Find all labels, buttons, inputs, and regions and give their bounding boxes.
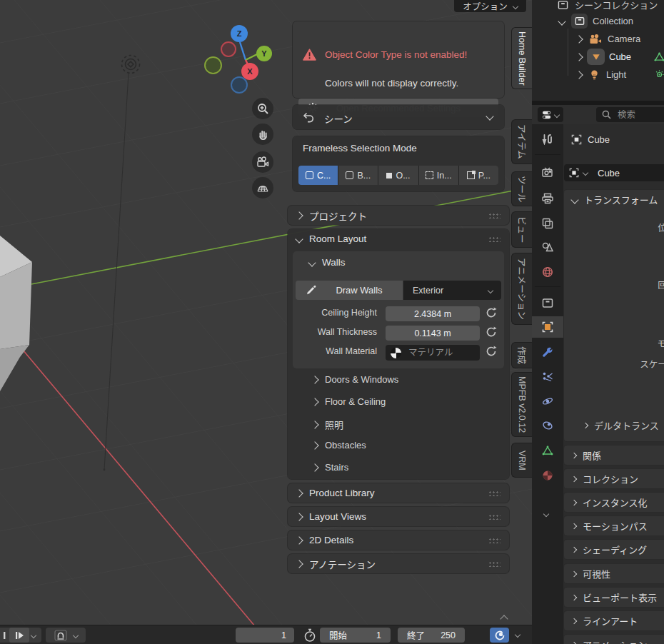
current-frame-field[interactable]: 1	[236, 628, 294, 643]
chevron-down-icon[interactable]	[31, 632, 36, 638]
object-properties-tab-active[interactable]	[532, 316, 563, 338]
panel-project[interactable]: プロジェクト	[288, 206, 509, 225]
drag-handle[interactable]	[488, 514, 500, 520]
drag-handle[interactable]	[488, 538, 500, 543]
scroll-down-icon[interactable]	[543, 511, 549, 517]
outliner-row-light[interactable]: Light	[532, 66, 664, 84]
panel-viewport-display[interactable]: ビューポート表示	[564, 588, 664, 607]
panel-2d-details[interactable]: 2D Details	[288, 530, 509, 550]
properties-search[interactable]	[596, 107, 664, 122]
tab-vrm[interactable]: VRM	[511, 443, 532, 478]
chevron-down-icon[interactable]	[583, 170, 588, 176]
delta-transform-header[interactable]: デルタトランス	[583, 418, 659, 432]
wall-type-dropdown[interactable]: Exterior	[403, 281, 501, 300]
frame-end-field[interactable]: 終了250	[398, 628, 465, 643]
drag-handle[interactable]	[488, 561, 500, 567]
constraint-properties-icon[interactable]	[542, 420, 553, 431]
walls-header[interactable]: Walls	[309, 257, 346, 268]
panel-instancing[interactable]: インスタンス化	[564, 493, 664, 512]
chevron-down-icon[interactable]	[558, 17, 565, 25]
chevron-right-icon[interactable]	[575, 71, 583, 79]
wall-thickness-field[interactable]: 0.1143 m	[386, 326, 480, 341]
panel-motion-paths[interactable]: モーションパス	[564, 516, 664, 535]
pan-button[interactable]	[252, 124, 273, 145]
outliner-row-camera[interactable]: Camera	[532, 30, 664, 48]
outliner-row-cube[interactable]: Cube	[532, 48, 664, 66]
panel-line-art[interactable]: ラインアート	[564, 611, 664, 630]
gizmo-neg-z-ball[interactable]	[231, 76, 248, 94]
chevron-right-icon[interactable]	[575, 35, 583, 43]
tab-home-builder[interactable]: Home Builder	[511, 27, 532, 89]
refresh-icon[interactable]	[486, 346, 497, 357]
drag-handle[interactable]	[488, 490, 500, 496]
panel-annotation[interactable]: アノテーション	[288, 554, 509, 573]
subsection-stairs[interactable]: Stairs	[312, 462, 348, 473]
drag-handle[interactable]	[488, 236, 500, 242]
object-name-field[interactable]: Cube	[564, 164, 664, 181]
wall-material-field[interactable]	[386, 345, 480, 361]
gizmo-y-axis-ball[interactable]: Y	[256, 46, 272, 61]
keying-icon[interactable]	[54, 630, 67, 641]
render-properties-icon[interactable]	[542, 167, 553, 178]
panel-product-library[interactable]: Product Library	[288, 483, 509, 503]
subsection-floor-ceiling[interactable]: Floor & Ceiling	[312, 396, 386, 407]
zoom-button[interactable]	[252, 98, 273, 119]
tab-tool[interactable]: ツール	[511, 171, 532, 206]
subsection-lighting[interactable]: 照明	[312, 418, 343, 431]
mode-o-button[interactable]: O...	[378, 166, 418, 185]
chevron-right-icon[interactable]	[575, 53, 583, 61]
refresh-icon[interactable]	[486, 307, 497, 318]
panel-animation[interactable]: アニメーション	[564, 635, 664, 644]
subsection-obstacles[interactable]: Obstacles	[312, 440, 366, 451]
panel-relations[interactable]: 関係	[564, 446, 664, 465]
tab-view[interactable]: ビュー	[511, 211, 532, 248]
mode-in-button[interactable]: In...	[419, 166, 458, 185]
panel-layout-views[interactable]: Layout Views	[288, 507, 509, 526]
modifier-properties-icon[interactable]	[542, 347, 553, 358]
ceiling-height-field[interactable]: 2.4384 m	[386, 306, 480, 321]
chevron-down-icon[interactable]	[72, 632, 78, 638]
panel-visibility[interactable]: 可視性	[564, 564, 664, 583]
navigation-gizmo[interactable]: Z Y X	[200, 21, 282, 93]
physics-properties-icon[interactable]	[542, 396, 553, 407]
gizmo-neg-y-ball[interactable]	[204, 56, 222, 74]
wall-material-input[interactable]	[407, 347, 471, 358]
mode-p-button[interactable]: P...	[459, 166, 498, 185]
collection-properties-icon[interactable]	[542, 298, 553, 308]
tab-create[interactable]: 作成	[511, 342, 532, 368]
world-properties-icon[interactable]	[542, 266, 553, 278]
outliner-row-collection[interactable]: Collection	[532, 12, 664, 30]
draw-walls-button[interactable]: Draw Walls	[296, 281, 403, 300]
transform-panel-header[interactable]: トランスフォーム	[564, 190, 664, 209]
stopwatch-icon[interactable]	[303, 628, 317, 643]
subsection-doors-windows[interactable]: Doors & Windows	[312, 374, 398, 385]
tab-mpfb[interactable]: MPFB v2.0.12	[511, 372, 532, 437]
room-layout-header[interactable]: Room Layout	[288, 229, 509, 248]
chevron-down-icon[interactable]	[515, 632, 520, 638]
frame-start-field[interactable]: 開始1	[320, 628, 391, 643]
material-properties-icon[interactable]	[542, 470, 553, 481]
grid-view-button[interactable]	[252, 177, 273, 198]
gizmo-z-axis-ball[interactable]: Z	[231, 25, 248, 42]
mode-b-button[interactable]: B...	[338, 166, 378, 185]
panel-collections[interactable]: コレクション	[564, 469, 664, 488]
viewport-3d[interactable]: オプション Z Y X Object Color Type is not ena…	[0, 0, 532, 625]
camera-view-button[interactable]	[252, 151, 273, 173]
scene-properties-icon[interactable]	[542, 241, 553, 253]
refresh-icon[interactable]	[486, 326, 497, 338]
play-next-button[interactable]	[9, 628, 29, 643]
gizmo-neg-x-ball[interactable]	[221, 41, 236, 57]
search-input[interactable]	[616, 109, 664, 121]
object-data-properties-icon[interactable]	[542, 445, 553, 456]
panel-shading[interactable]: シェーディング	[564, 540, 664, 559]
editor-type-button[interactable]	[538, 107, 563, 122]
tab-item[interactable]: アイテム	[511, 119, 532, 164]
output-properties-icon[interactable]	[542, 193, 553, 204]
tab-animation[interactable]: アニメーション	[511, 253, 532, 325]
drag-handle[interactable]	[488, 213, 500, 218]
scene-selector[interactable]: シーン	[293, 105, 504, 129]
sync-button[interactable]	[490, 628, 509, 643]
particles-properties-icon[interactable]	[542, 371, 553, 383]
mode-c-button[interactable]: C...	[298, 166, 338, 185]
jump-to-start-icon[interactable]	[1, 631, 7, 640]
